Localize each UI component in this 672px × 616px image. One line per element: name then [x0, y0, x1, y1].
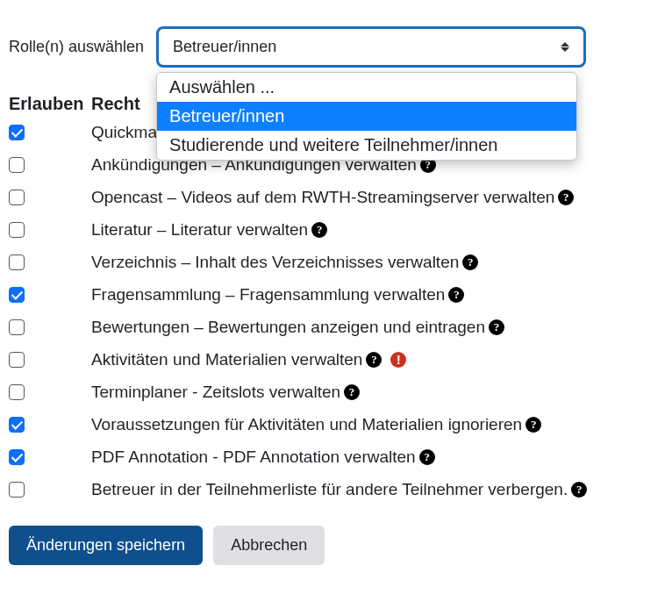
- role-select[interactable]: Betreuer/innen: [156, 26, 586, 68]
- permission-label: Betreuer in der Teilnehmerliste für ande…: [91, 480, 663, 499]
- permission-checkbox[interactable]: [9, 482, 25, 498]
- role-dropdown: Auswählen ...Betreuer/innenStudierende u…: [156, 72, 577, 161]
- permission-label: Voraussetzungen für Aktivitäten und Mate…: [91, 415, 663, 434]
- permission-label: PDF Annotation - PDF Annotation verwalte…: [91, 448, 663, 467]
- updown-icon: [561, 42, 569, 52]
- permission-label: Fragensammlung – Fragensammlung verwalte…: [91, 285, 663, 304]
- role-option[interactable]: Auswählen ...: [157, 73, 576, 102]
- help-icon[interactable]: ?: [525, 417, 541, 433]
- permission-checkbox[interactable]: [9, 222, 25, 238]
- permission-checkbox[interactable]: [9, 384, 25, 400]
- permission-row: PDF Annotation - PDF Annotation verwalte…: [9, 448, 663, 467]
- permission-checkbox[interactable]: [9, 352, 25, 368]
- role-select-value: Betreuer/innen: [173, 38, 276, 56]
- permission-row: Betreuer in der Teilnehmerliste für ande…: [9, 480, 663, 499]
- permission-checkbox[interactable]: [9, 287, 25, 303]
- permission-row: Literatur – Literatur verwalten?: [9, 220, 663, 240]
- permission-row: Opencast – Videos auf dem RWTH-Streaming…: [9, 188, 663, 207]
- help-icon[interactable]: ?: [462, 254, 478, 270]
- role-select-wrapper: Betreuer/innen Auswählen ...Betreuer/inn…: [156, 26, 586, 68]
- help-icon[interactable]: ?: [344, 384, 360, 400]
- permission-row: Verzeichnis – Inhalt des Verzeichnisses …: [9, 253, 663, 272]
- role-select-label: Rolle(n) auswählen: [9, 38, 144, 56]
- help-icon[interactable]: ?: [366, 352, 382, 368]
- permission-label: Aktivitäten und Materialien verwalten?!: [91, 350, 663, 369]
- risk-icon: !: [390, 352, 406, 368]
- help-icon[interactable]: ?: [558, 190, 574, 205]
- permission-checkbox[interactable]: [9, 254, 25, 270]
- permission-row: Fragensammlung – Fragensammlung verwalte…: [9, 285, 663, 304]
- permission-row: Voraussetzungen für Aktivitäten und Mate…: [9, 415, 663, 434]
- help-icon[interactable]: ?: [419, 449, 435, 465]
- permission-checkbox[interactable]: [9, 449, 25, 465]
- help-icon[interactable]: ?: [448, 287, 464, 303]
- permission-checkbox[interactable]: [9, 190, 25, 205]
- permission-checkbox[interactable]: [9, 417, 25, 433]
- permission-label: Verzeichnis – Inhalt des Verzeichnisses …: [91, 253, 663, 272]
- permission-checkbox[interactable]: [9, 157, 25, 173]
- role-option[interactable]: Betreuer/innen: [157, 102, 576, 131]
- cancel-button[interactable]: Abbrechen: [213, 526, 325, 565]
- save-button[interactable]: Änderungen speichern: [9, 526, 203, 565]
- permission-checkbox[interactable]: [9, 319, 25, 335]
- permission-row: Aktivitäten und Materialien verwalten?!: [9, 350, 663, 369]
- permission-label: Terminplaner - Zeitslots verwalten?: [91, 383, 663, 402]
- permission-label: Literatur – Literatur verwalten?: [91, 220, 663, 240]
- role-option[interactable]: Studierende und weitere Teilnehmer/innen: [157, 131, 576, 160]
- help-icon[interactable]: ?: [489, 319, 504, 335]
- help-icon[interactable]: ?: [311, 222, 327, 238]
- permission-label: Bewertungen – Bewertungen anzeigen und e…: [91, 318, 663, 337]
- permission-row: Terminplaner - Zeitslots verwalten?: [9, 383, 663, 402]
- header-allow: Erlauben: [9, 94, 91, 114]
- permission-row: Bewertungen – Bewertungen anzeigen und e…: [9, 318, 663, 337]
- permission-label: Opencast – Videos auf dem RWTH-Streaming…: [91, 188, 663, 207]
- permission-checkbox[interactable]: [9, 125, 25, 140]
- help-icon[interactable]: ?: [571, 482, 587, 498]
